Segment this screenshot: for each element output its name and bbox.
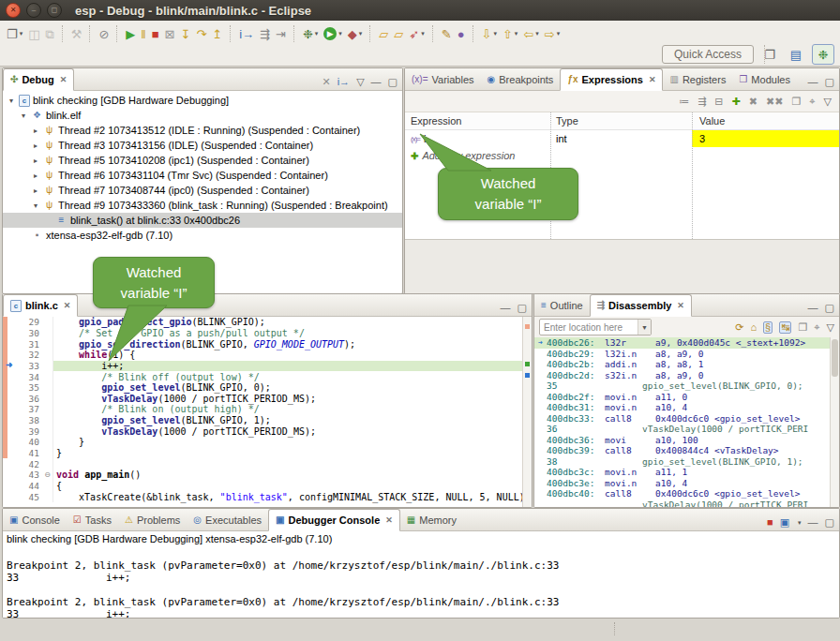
debug-tree-item[interactable]: ▾ψThread #9 1073433360 (blink_task : Run… [3, 198, 402, 213]
disassembly-line[interactable]: 400dbc33:call80x400dc6c0 <gpio_set_level… [534, 413, 831, 425]
tree-expander-icon[interactable]: ▸ [31, 127, 40, 135]
previous-annotation-button[interactable]: ⇧▾ [500, 23, 520, 44]
disassembly-line[interactable]: 400dbc29:l32i.na8, a9, 0 [534, 349, 831, 360]
window-close-button[interactable]: ✕ [6, 3, 21, 18]
watch-tab-breakpoints[interactable]: ◉Breakpoints [481, 69, 561, 90]
dropdown-arrow-icon[interactable]: ▾ [798, 519, 802, 527]
search-button[interactable]: ● [455, 23, 468, 44]
tree-expander-icon[interactable]: ▾ [19, 112, 28, 120]
disassembly-tab-disassembly[interactable]: ⇶Disassembly✕ [590, 294, 692, 317]
annotation-ruler-cell[interactable] [3, 481, 15, 492]
new-view-icon[interactable]: ❐ [798, 322, 807, 333]
annotation-ruler-cell[interactable] [3, 317, 15, 328]
terminate-button[interactable]: ■ [149, 23, 162, 44]
debug-tree-item[interactable]: ▸ψThread #3 1073413156 (IDLE) (Suspended… [3, 138, 402, 153]
line-number[interactable]: 37 [15, 404, 42, 414]
debug-tree-item[interactable]: ▸ψThread #6 1073431104 (Tmr Svc) (Suspen… [3, 168, 402, 183]
tree-expander-icon[interactable]: ▸ [31, 142, 40, 150]
close-tab-icon[interactable]: ✕ [649, 75, 656, 84]
line-number[interactable]: 30 [15, 328, 42, 338]
line-number[interactable]: 39 [15, 426, 42, 437]
code-line-text[interactable]: gpio_set_level(BLINK_GPIO, 1); [52, 415, 532, 426]
debug-button[interactable]: ❉▾ [300, 23, 321, 44]
expression-cell[interactable]: (x)=i [405, 130, 550, 147]
minimize-icon[interactable]: — [371, 77, 382, 87]
fold-collapse-icon[interactable]: ⊖ [42, 470, 52, 479]
code-editor[interactable]: 29 gpio_pad_select_gpio(BLINK_GPIO);30 /… [3, 317, 532, 507]
column-header-expression[interactable]: Expression [405, 112, 550, 129]
step-over-button[interactable]: ↷ [193, 23, 209, 44]
location-combo[interactable]: Enter location here ▼ [539, 319, 652, 335]
column-header-type[interactable]: Type [550, 112, 692, 129]
annotation-ruler-cell[interactable]: ➜ [3, 361, 15, 372]
watch-tab-registers[interactable]: ▥Registers [663, 69, 732, 90]
add-expression-icon[interactable]: ✚ [732, 97, 741, 107]
code-line-text[interactable]: { [52, 481, 532, 492]
sync-with-active-context-icon[interactable]: ↹ [779, 321, 791, 334]
home-icon[interactable]: ⌂ [750, 322, 757, 333]
use-step-filters-button[interactable]: ⇥ [273, 23, 289, 44]
disassembly-line[interactable]: 400dbc3c:movi.na11, 1 [534, 467, 831, 478]
disassembly-line[interactable]: 400dbc36:movia10, 100 [534, 435, 831, 446]
code-line-text[interactable]: } [52, 448, 532, 459]
tree-expander-icon[interactable]: ▸ [31, 186, 40, 195]
code-line-text[interactable]: xTaskCreate(&blink_task, "blink_task", c… [52, 491, 532, 502]
show-execution-point-button[interactable]: ⇶ [257, 23, 273, 44]
view-menu-icon[interactable]: ▽ [824, 97, 832, 107]
terminate-console-icon[interactable]: ■ [767, 517, 773, 528]
column-separator[interactable] [692, 112, 693, 241]
code-line-text[interactable]: gpio_pad_select_gpio(BLINK_GPIO); [52, 317, 532, 328]
view-menu-icon[interactable]: ▽ [356, 77, 364, 87]
disassembly-tab-outline[interactable]: ≡Outline [534, 295, 590, 316]
maximize-icon[interactable]: ▢ [825, 77, 834, 87]
remove-all-terminated-icon[interactable]: ✕ [322, 77, 330, 87]
overview-current-line-mark[interactable] [525, 362, 530, 366]
annotation-ruler-cell[interactable] [3, 404, 15, 415]
debug-tree-item[interactable]: ▸ψThread #7 1073408744 (ipc0) (Suspended… [3, 183, 402, 198]
disassembly-line[interactable]: 400dbc31:movi.na10, 4 [534, 402, 831, 413]
add-expression-row[interactable]: ✚ Add new expression [405, 147, 839, 164]
tree-expander-icon[interactable]: ▾ [7, 97, 16, 105]
quick-access-button[interactable]: Quick Access [662, 45, 754, 64]
open-perspective-button[interactable]: ❐ [759, 45, 780, 64]
debug-tree-item[interactable]: ▾cblink checking [GDB Hardware Debugging… [3, 93, 402, 108]
show-logical-structures-icon[interactable]: ⇶ [698, 97, 706, 107]
line-number[interactable]: 44 [15, 481, 42, 491]
line-number[interactable]: 32 [15, 350, 42, 360]
annotation-ruler-cell[interactable] [3, 415, 15, 426]
tree-expander-icon[interactable]: ▾ [31, 201, 40, 210]
pin-view-icon[interactable]: ⌖ [814, 322, 819, 333]
disassembly-line[interactable]: vTaskDelay(1000 / portTICK_PERI [534, 499, 831, 508]
window-minimize-button[interactable]: – [26, 3, 41, 18]
type-cell[interactable]: int [550, 130, 692, 147]
remove-all-expressions-icon[interactable]: ✖✖ [766, 97, 783, 107]
line-number[interactable]: 36 [15, 394, 42, 404]
disassembly-line[interactable]: ➜400dbc26:l32ra9, 0x400d045c <_stext+109… [534, 337, 831, 349]
step-into-button[interactable]: ↧ [177, 23, 193, 44]
run-button[interactable]: ▶▾ [321, 23, 345, 44]
line-number[interactable]: 42 [15, 459, 42, 470]
step-return-button[interactable]: ↥ [209, 23, 225, 44]
close-tab-icon[interactable]: ✕ [677, 301, 684, 310]
debug-tree-item[interactable]: ▾❖blink.elf [3, 108, 402, 123]
window-maximize-button[interactable]: ◻ [47, 3, 62, 18]
maximize-icon[interactable]: ▢ [518, 303, 527, 313]
annotation-ruler-cell[interactable] [3, 328, 15, 339]
line-number[interactable]: 45 [15, 492, 42, 502]
display-selected-console-icon[interactable]: ▣ [780, 517, 789, 528]
disassembly-line[interactable]: 38gpio_set_level(BLINK_GPIO, 1); [534, 456, 831, 468]
code-line-text[interactable]: vTaskDelay(1000 / portTICK_PERIOD_MS); [52, 425, 532, 437]
editor-tab-blink-c[interactable]: cblink.c✕ [3, 294, 78, 317]
debug-tab-debug[interactable]: ✣Debug✕ [3, 68, 74, 91]
debug-perspective-button[interactable]: ❉ [812, 44, 834, 65]
code-line-text[interactable]: } [52, 437, 532, 448]
cpp-perspective-button[interactable]: ▤ [786, 45, 806, 64]
format-button[interactable]: ✎ [439, 23, 455, 44]
disassembly-line[interactable]: 36vTaskDelay(1000 / portTICK_PERI [534, 424, 831, 435]
line-number[interactable]: 33 [15, 361, 42, 371]
watch-tab-modules[interactable]: ❒Modules [732, 69, 797, 90]
disassembly-line[interactable]: 35gpio_set_level(BLINK_GPIO, 0); [534, 380, 831, 392]
line-number[interactable]: 43 [15, 470, 42, 480]
annotation-ruler-cell[interactable] [3, 448, 15, 459]
watch-tab-variables[interactable]: (x)=Variables [405, 69, 481, 90]
